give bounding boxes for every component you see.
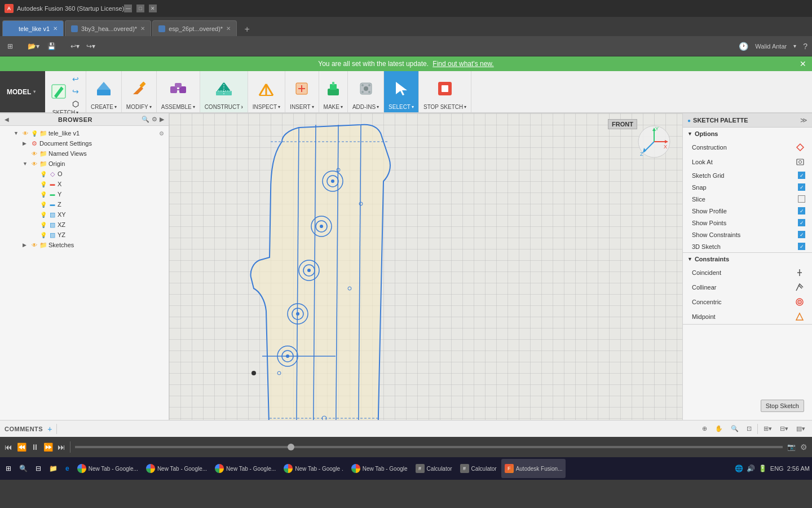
open-button[interactable]: 📂▾: [25, 41, 42, 52]
ribbon-section-addins[interactable]: ADD-INS ▾: [348, 71, 384, 112]
tree-origin-o[interactable]: ▶ 💡 ◇ O: [0, 169, 169, 179]
showpoints-checkbox[interactable]: [798, 219, 805, 226]
tab-3[interactable]: esp_26pt...overed)* ✕: [152, 20, 237, 36]
ribbon-section-stopsketch[interactable]: STOP SKETCH ▾: [419, 71, 471, 112]
add-tab-button[interactable]: +: [240, 23, 254, 36]
model-selector[interactable]: MODEL ▾: [0, 71, 45, 112]
playback-pause[interactable]: ⏸: [31, 443, 39, 452]
ribbon-section-create[interactable]: CREATE ▾: [86, 71, 122, 112]
constraint-coincident[interactable]: Coincident: [683, 265, 812, 280]
canvas-area[interactable]: FRONT Y X Z: [169, 113, 682, 420]
tree-sketches[interactable]: ▶ 👁 📁 Sketches: [0, 240, 169, 250]
battery-icon[interactable]: 🔋: [758, 465, 767, 472]
taskbar-file-explorer[interactable]: 📁: [46, 459, 61, 478]
taskbar-search[interactable]: 🔍: [16, 459, 31, 478]
bottom-tool-fit[interactable]: ⊡: [744, 424, 754, 433]
tree-origin-y[interactable]: ▶ 💡 ▬ Y: [0, 189, 169, 199]
3dsketch-checkbox[interactable]: [798, 243, 805, 250]
add-comment-button[interactable]: +: [47, 424, 52, 433]
tab-2[interactable]: 3by3_hea...overed)* ✕: [65, 20, 151, 36]
taskbar-edge[interactable]: e: [62, 459, 73, 478]
constraint-midpoint[interactable]: Midpoint: [683, 309, 812, 324]
tab-2-close[interactable]: ✕: [140, 25, 145, 32]
tree-origin-xy[interactable]: ▶ 💡 ▧ XY: [0, 209, 169, 220]
undo-button[interactable]: ↩▾: [68, 41, 82, 52]
taskbar-chrome-4[interactable]: New Tab - Google .: [280, 459, 346, 478]
ribbon-section-assemble[interactable]: ASSEMBLE ▾: [157, 71, 200, 112]
snap-checkbox[interactable]: [798, 183, 805, 191]
palette-row-showprofile[interactable]: Show Profile: [683, 205, 812, 217]
palette-row-sketchgrid[interactable]: Sketch Grid: [683, 169, 812, 181]
volume-icon[interactable]: 🔊: [747, 465, 755, 472]
browser-settings-button[interactable]: ⚙: [152, 116, 157, 123]
palette-row-slice[interactable]: Slice: [683, 193, 812, 205]
stop-sketch-button[interactable]: Stop Sketch: [761, 400, 804, 412]
minimize-button[interactable]: —: [124, 5, 132, 12]
bottom-tool-nav[interactable]: ⊕: [700, 424, 709, 433]
taskbar-taskview[interactable]: ⊟: [32, 459, 45, 478]
sketchgrid-checkbox[interactable]: [798, 172, 805, 179]
history-icon[interactable]: 🕐: [739, 42, 748, 51]
maximize-button[interactable]: □: [136, 5, 144, 12]
browser-search-button[interactable]: 🔍: [142, 116, 149, 123]
playback-settings-button[interactable]: ⚙: [800, 443, 807, 452]
browser-expand-button[interactable]: ▶: [160, 116, 164, 123]
ribbon-section-make[interactable]: MAKE ▾: [319, 71, 348, 112]
ribbon-section-sketch[interactable]: ↩ ↪ ⬡ SKETCH ▾: [45, 71, 86, 112]
tree-doc-settings[interactable]: ▶ ⚙ Document Settings: [0, 138, 169, 148]
showconstraints-checkbox[interactable]: [798, 231, 805, 238]
tree-origin-z[interactable]: ▶ 💡 ▬ Z: [0, 199, 169, 209]
start-button[interactable]: ⊞: [2, 459, 15, 478]
tree-named-views[interactable]: ▶ 👁 📁 Named Views: [0, 148, 169, 159]
slice-checkbox[interactable]: [798, 195, 805, 203]
notification-link[interactable]: Find out what's new.: [433, 60, 493, 68]
save-button[interactable]: 💾: [45, 41, 59, 52]
bottom-view-settings[interactable]: ▤▾: [794, 424, 807, 433]
ribbon-section-select[interactable]: SELECT ▾: [384, 71, 419, 112]
playback-timeline[interactable]: [75, 446, 783, 448]
taskbar-fusion[interactable]: F Autodesk Fusion...: [501, 459, 566, 478]
palette-row-3dsketch[interactable]: 3D Sketch: [683, 240, 812, 252]
taskbar-calc-2[interactable]: # Calculator: [457, 459, 500, 478]
network-icon[interactable]: 🌐: [735, 465, 743, 472]
taskbar-chrome-1[interactable]: New Tab - Google...: [74, 459, 142, 478]
palette-row-construction[interactable]: Construction: [683, 140, 812, 155]
taskbar-chrome-2[interactable]: New Tab - Google...: [143, 459, 210, 478]
bottom-tool-pan[interactable]: ✋: [713, 424, 725, 433]
grid-menu-button[interactable]: ⊞: [5, 41, 16, 52]
user-dropdown-arrow[interactable]: ▾: [793, 43, 796, 49]
ribbon-section-construct[interactable]: CONSTRUCT ›: [200, 71, 248, 112]
root-settings-icon[interactable]: ⚙: [159, 130, 164, 137]
ribbon-section-insert[interactable]: INSERT ▾: [285, 71, 319, 112]
tree-origin[interactable]: ▼ 👁 📁 Origin: [0, 159, 169, 169]
bottom-display-settings[interactable]: ⊞▾: [761, 424, 774, 433]
tab-1[interactable]: tele_like v1 ✕: [2, 20, 64, 36]
palette-options-header[interactable]: ▼ Options: [683, 128, 812, 140]
help-button[interactable]: ?: [803, 42, 807, 51]
palette-row-snap[interactable]: Snap: [683, 181, 812, 193]
redo-button[interactable]: ↪▾: [83, 41, 98, 52]
palette-row-showpoints[interactable]: Show Points: [683, 217, 812, 229]
bottom-grid-settings[interactable]: ⊟▾: [778, 424, 791, 433]
constraint-concentric[interactable]: Concentric: [683, 295, 812, 309]
taskbar-chrome-5[interactable]: New Tab - Google: [348, 459, 411, 478]
tab-1-close[interactable]: ✕: [53, 25, 58, 32]
playback-forward[interactable]: ⏩: [43, 443, 53, 452]
playback-to-start[interactable]: ⏮: [5, 443, 12, 452]
lookat-button[interactable]: [795, 157, 805, 167]
playback-back[interactable]: ⏪: [17, 443, 27, 452]
taskbar-chrome-3[interactable]: New Tab - Google...: [211, 459, 279, 478]
construction-button[interactable]: [795, 142, 805, 152]
ribbon-section-modify[interactable]: MODIFY ▾: [122, 71, 157, 112]
close-button[interactable]: ✕: [149, 5, 157, 12]
palette-constraints-header[interactable]: ▼ Constraints: [683, 253, 812, 265]
constraint-collinear[interactable]: Collinear: [683, 280, 812, 295]
palette-row-showconstraints[interactable]: Show Constraints: [683, 229, 812, 240]
taskbar-calc-1[interactable]: # Calculator: [412, 459, 456, 478]
browser-collapse-arrow[interactable]: ◀: [5, 116, 9, 122]
tree-origin-xz[interactable]: ▶ 💡 ▧ XZ: [0, 220, 169, 230]
palette-row-lookat[interactable]: Look At: [683, 155, 812, 169]
notification-close[interactable]: ✕: [800, 59, 806, 68]
tree-origin-x[interactable]: ▶ 💡 ▬ X: [0, 179, 169, 189]
playback-to-end[interactable]: ⏭: [58, 443, 65, 452]
